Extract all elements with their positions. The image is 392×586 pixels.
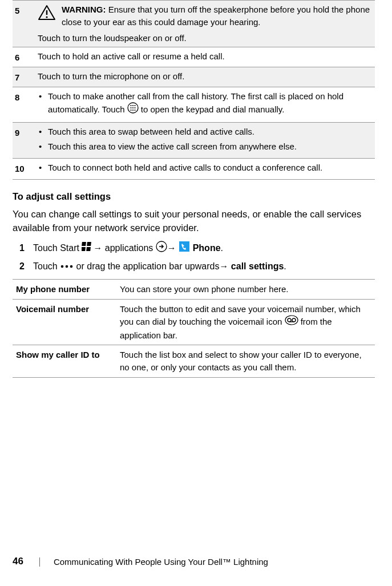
svg-point-12 bbox=[134, 109, 135, 110]
svg-point-21 bbox=[70, 265, 73, 268]
warning-text: WARNING: Ensure that you turn off the sp… bbox=[62, 3, 371, 29]
warning-block: WARNING: Ensure that you turn off the sp… bbox=[38, 3, 371, 29]
svg-point-23 bbox=[288, 318, 291, 322]
svg-point-20 bbox=[66, 265, 68, 268]
svg-point-4 bbox=[130, 104, 131, 106]
row-number: 7 bbox=[13, 70, 38, 84]
table-row: 7 Touch to turn the microphone on or off… bbox=[13, 67, 375, 87]
svg-point-9 bbox=[134, 107, 135, 108]
table-row: 10 • Touch to connect both held and acti… bbox=[13, 159, 375, 180]
arrow-circle-icon bbox=[156, 241, 167, 256]
step-item: 1 Touch Start → applications → Phone. bbox=[13, 241, 375, 256]
voicemail-icon bbox=[285, 315, 298, 329]
row-subtext: Touch to turn the loudspeaker on or off. bbox=[38, 32, 371, 45]
svg-rect-14 bbox=[87, 242, 92, 246]
table-row: 8 • Touch to make another call from the … bbox=[13, 87, 375, 123]
settings-desc: Touch the list box and select to show yo… bbox=[120, 349, 373, 374]
bullet-item: • Touch this area to view the active cal… bbox=[38, 140, 371, 153]
svg-point-11 bbox=[132, 109, 134, 110]
svg-rect-13 bbox=[82, 242, 87, 246]
settings-label: My phone number bbox=[16, 283, 120, 296]
svg-point-22 bbox=[285, 316, 298, 325]
settings-label: Voicemail number bbox=[16, 303, 120, 341]
warning-icon bbox=[38, 3, 62, 24]
table-row: 6 Touch to hold an active call or resume… bbox=[13, 47, 375, 67]
bullet-item: • Touch this area to swap between held a… bbox=[38, 126, 371, 138]
svg-rect-16 bbox=[87, 247, 91, 251]
footer-title: Communicating With People Using Your Del… bbox=[54, 556, 268, 568]
settings-desc: You can store your own phone number here… bbox=[120, 283, 373, 296]
row-text: Touch to hold an active call or resume a… bbox=[38, 50, 375, 64]
ellipsis-icon bbox=[60, 260, 74, 273]
row-number: 10 bbox=[13, 161, 38, 176]
step-number: 1 bbox=[13, 241, 33, 256]
step-number: 2 bbox=[13, 260, 33, 273]
row-text: Touch to turn the microphone on or off. bbox=[38, 70, 375, 84]
svg-point-7 bbox=[130, 107, 131, 108]
row-number: 5 bbox=[13, 3, 38, 44]
row-number: 9 bbox=[13, 126, 38, 155]
svg-rect-15 bbox=[82, 247, 86, 251]
svg-point-8 bbox=[132, 107, 134, 108]
call-options-table: 5 WARNING: Ensure that you turn off the … bbox=[13, 0, 375, 180]
start-icon bbox=[82, 241, 93, 255]
settings-row: Voicemail number Touch the button to edi… bbox=[13, 300, 375, 345]
settings-label: Show my caller ID to bbox=[16, 349, 120, 374]
svg-point-10 bbox=[130, 109, 131, 110]
svg-point-24 bbox=[292, 318, 296, 322]
footer-divider bbox=[39, 557, 40, 567]
row-number: 8 bbox=[13, 90, 38, 120]
bullet-item: • Touch to connect both held and active … bbox=[38, 161, 371, 174]
body-paragraph: You can change call settings to suit you… bbox=[13, 208, 375, 234]
svg-point-6 bbox=[134, 104, 135, 106]
settings-row: Show my caller ID to Touch the list box … bbox=[13, 345, 375, 378]
table-row: 5 WARNING: Ensure that you turn off the … bbox=[13, 0, 375, 47]
page-footer: 46 Communicating With People Using Your … bbox=[13, 555, 375, 569]
phone-tile-icon bbox=[179, 241, 190, 256]
bullet-item: • Touch to make another call from the ca… bbox=[38, 90, 371, 118]
keypad-icon bbox=[127, 102, 139, 117]
settings-row: My phone number You can store your own p… bbox=[13, 279, 375, 300]
table-row: 9 • Touch this area to swap between held… bbox=[13, 123, 375, 159]
settings-desc: Touch the button to edit and save your v… bbox=[120, 303, 373, 341]
step-item: 2 Touch or drag the application bar upwa… bbox=[13, 260, 375, 273]
svg-point-19 bbox=[61, 265, 64, 268]
row-number: 6 bbox=[13, 50, 38, 64]
page-number: 46 bbox=[13, 555, 23, 569]
svg-point-5 bbox=[132, 104, 134, 106]
svg-rect-18 bbox=[179, 241, 189, 252]
svg-point-2 bbox=[46, 16, 47, 18]
settings-table: My phone number You can store your own p… bbox=[13, 279, 375, 378]
section-heading: To adjust call settings bbox=[13, 190, 375, 204]
